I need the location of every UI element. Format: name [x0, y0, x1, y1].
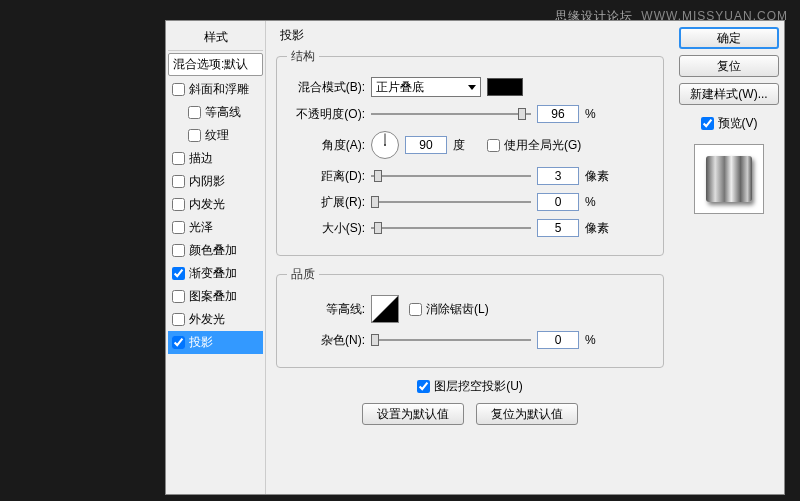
layer-style-dialog: 样式 混合选项:默认 斜面和浮雕等高线纹理描边内阴影内发光光泽颜色叠加渐变叠加图…	[165, 20, 785, 495]
style-label: 内阴影	[189, 173, 225, 190]
style-label: 光泽	[189, 219, 213, 236]
style-item-6[interactable]: 光泽	[168, 216, 263, 239]
style-label: 图案叠加	[189, 288, 237, 305]
style-label: 等高线	[205, 104, 241, 121]
angle-input[interactable]: 90	[405, 136, 447, 154]
style-checkbox[interactable]	[172, 175, 185, 188]
style-checkbox[interactable]	[172, 221, 185, 234]
distance-slider[interactable]	[371, 168, 531, 184]
style-label: 内发光	[189, 196, 225, 213]
style-checkbox[interactable]	[172, 313, 185, 326]
angle-dial[interactable]	[371, 131, 399, 159]
style-label: 描边	[189, 150, 213, 167]
style-label: 外发光	[189, 311, 225, 328]
style-label: 纹理	[205, 127, 229, 144]
new-style-button[interactable]: 新建样式(W)...	[679, 83, 779, 105]
reset-default-button[interactable]: 复位为默认值	[476, 403, 578, 425]
settings-column: 投影 结构 混合模式(B): 正片叠底 不透明度(O): 96 % 角度(A):…	[266, 21, 674, 494]
layer-knockout-checkbox[interactable]: 图层挖空投影(U)	[417, 378, 523, 395]
set-default-button[interactable]: 设置为默认值	[362, 403, 464, 425]
style-item-8[interactable]: 渐变叠加	[168, 262, 263, 285]
spread-slider[interactable]	[371, 194, 531, 210]
opacity-input[interactable]: 96	[537, 105, 579, 123]
quality-legend: 品质	[287, 266, 319, 283]
structure-legend: 结构	[287, 48, 319, 65]
blending-options[interactable]: 混合选项:默认	[168, 53, 263, 76]
style-item-2[interactable]: 纹理	[168, 124, 263, 147]
use-global-light-checkbox[interactable]: 使用全局光(G)	[487, 137, 581, 154]
style-checkbox[interactable]	[188, 129, 201, 142]
styles-header: 样式	[168, 25, 263, 51]
contour-picker[interactable]	[371, 295, 399, 323]
distance-input[interactable]: 3	[537, 167, 579, 185]
style-item-10[interactable]: 外发光	[168, 308, 263, 331]
style-checkbox[interactable]	[188, 106, 201, 119]
quality-group: 品质 等高线: 消除锯齿(L) 杂色(N): 0 %	[276, 266, 664, 368]
cancel-button[interactable]: 复位	[679, 55, 779, 77]
spread-input[interactable]: 0	[537, 193, 579, 211]
structure-group: 结构 混合模式(B): 正片叠底 不透明度(O): 96 % 角度(A): 90…	[276, 48, 664, 256]
distance-label: 距离(D):	[287, 168, 365, 185]
style-checkbox[interactable]	[172, 152, 185, 165]
size-label: 大小(S):	[287, 220, 365, 237]
preview-checkbox[interactable]: 预览(V)	[701, 115, 758, 132]
opacity-slider[interactable]	[371, 106, 531, 122]
angle-label: 角度(A):	[287, 137, 365, 154]
noise-label: 杂色(N):	[287, 332, 365, 349]
spread-label: 扩展(R):	[287, 194, 365, 211]
shadow-color-swatch[interactable]	[487, 78, 523, 96]
blend-mode-label: 混合模式(B):	[287, 79, 365, 96]
style-label: 投影	[189, 334, 213, 351]
style-label: 渐变叠加	[189, 265, 237, 282]
style-checkbox[interactable]	[172, 83, 185, 96]
style-item-0[interactable]: 斜面和浮雕	[168, 78, 263, 101]
panel-title: 投影	[280, 27, 664, 44]
preview-thumbnail	[694, 144, 764, 214]
style-item-11[interactable]: 投影	[168, 331, 263, 354]
style-item-1[interactable]: 等高线	[168, 101, 263, 124]
style-label: 颜色叠加	[189, 242, 237, 259]
right-column: 确定 复位 新建样式(W)... 预览(V)	[674, 21, 784, 494]
anti-alias-checkbox[interactable]: 消除锯齿(L)	[409, 301, 489, 318]
size-slider[interactable]	[371, 220, 531, 236]
contour-label: 等高线:	[287, 301, 365, 318]
style-checkbox[interactable]	[172, 336, 185, 349]
style-checkbox[interactable]	[172, 290, 185, 303]
styles-column: 样式 混合选项:默认 斜面和浮雕等高线纹理描边内阴影内发光光泽颜色叠加渐变叠加图…	[166, 21, 266, 494]
style-item-7[interactable]: 颜色叠加	[168, 239, 263, 262]
style-item-4[interactable]: 内阴影	[168, 170, 263, 193]
ok-button[interactable]: 确定	[679, 27, 779, 49]
style-item-5[interactable]: 内发光	[168, 193, 263, 216]
style-checkbox[interactable]	[172, 244, 185, 257]
blend-mode-select[interactable]: 正片叠底	[371, 77, 481, 97]
style-checkbox[interactable]	[172, 198, 185, 211]
opacity-label: 不透明度(O):	[287, 106, 365, 123]
noise-input[interactable]: 0	[537, 331, 579, 349]
size-input[interactable]: 5	[537, 219, 579, 237]
style-item-9[interactable]: 图案叠加	[168, 285, 263, 308]
chevron-down-icon	[468, 85, 476, 90]
style-label: 斜面和浮雕	[189, 81, 249, 98]
style-checkbox[interactable]	[172, 267, 185, 280]
noise-slider[interactable]	[371, 332, 531, 348]
style-item-3[interactable]: 描边	[168, 147, 263, 170]
